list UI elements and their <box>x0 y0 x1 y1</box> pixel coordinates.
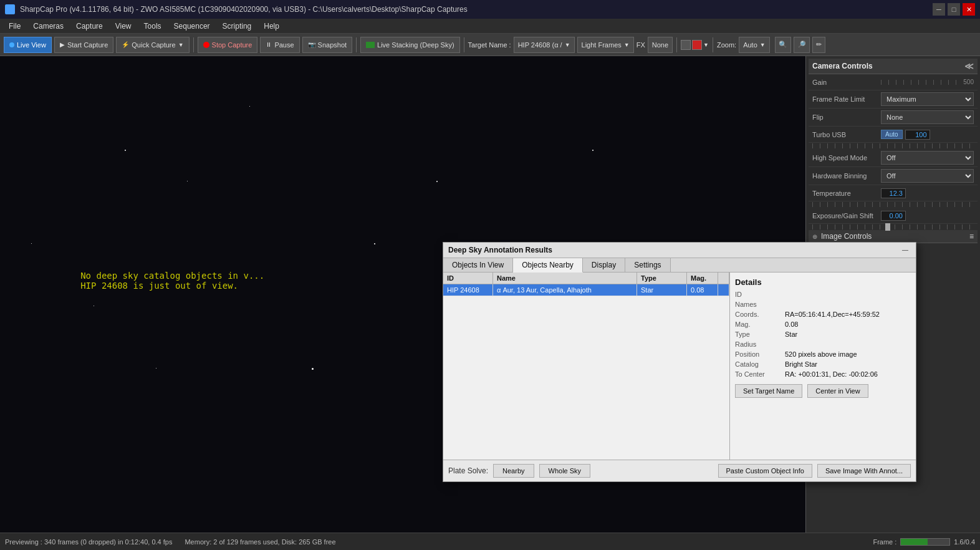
fx-dropdown[interactable]: None <box>648 37 673 53</box>
light-frames-dropdown[interactable]: Light Frames ▼ <box>577 37 634 53</box>
turbo-usb-auto-button[interactable]: Auto <box>881 130 903 139</box>
live-stacking-icon <box>366 42 375 48</box>
title-bar: SharpCap Pro (v4.1.11786, 64 bit) - ZWO … <box>0 0 980 19</box>
menu-bar: File Cameras Capture View Tools Sequence… <box>0 19 980 34</box>
tab-settings[interactable]: Settings <box>625 258 670 272</box>
exp-gain-control: 0.00 <box>881 211 974 221</box>
snapshot-button[interactable]: 📷 Snapshot <box>302 37 352 53</box>
detail-coords-row: Coords. RA=05:16:41.4,Dec=+45:59:52 <box>735 311 911 318</box>
hw-binning-label: Hardware Binning <box>812 172 881 180</box>
image-controls-header[interactable]: ⊕ Image Controls ≡ <box>809 230 978 243</box>
menu-help[interactable]: Help <box>257 21 286 32</box>
zoom-out-button[interactable]: 🔎 <box>794 37 810 53</box>
frame-progress-bar-outer <box>900 538 950 546</box>
app-icon <box>5 4 15 14</box>
toolbar: Live View ▶ Start Capture ⚡ Quick Captur… <box>0 34 980 56</box>
menu-scripting[interactable]: Scripting <box>216 21 258 32</box>
zoom-dropdown[interactable]: Auto ▼ <box>739 37 770 53</box>
flip-row: Flip None <box>809 109 978 127</box>
window-controls: ─ □ ✕ <box>933 3 975 16</box>
menu-capture[interactable]: Capture <box>70 21 109 32</box>
image-controls-menu-icon[interactable]: ≡ <box>969 232 974 241</box>
detail-tocenter-row: To Center RA: +00:01:31, Dec: -00:02:06 <box>735 370 911 378</box>
save-image-button[interactable]: Save Image With Annot... <box>817 464 911 478</box>
zoom-in-button[interactable]: 🔍 <box>775 37 791 53</box>
start-capture-button[interactable]: ▶ Start Capture <box>54 37 113 53</box>
temperature-slider[interactable] <box>812 202 974 207</box>
flip-control[interactable]: None <box>881 110 974 124</box>
detail-mag-val: 0.08 <box>785 321 911 328</box>
gain-slider[interactable] <box>881 80 961 85</box>
frame-rate-control[interactable]: Maximum <box>881 92 974 106</box>
color-box-1[interactable] <box>681 40 691 50</box>
detail-position-row: Position 520 pixels above image <box>735 350 911 358</box>
turbo-usb-row: Turbo USB Auto 100 <box>809 127 978 143</box>
exp-gain-slider[interactable] <box>812 224 974 229</box>
high-speed-dropdown[interactable]: Off <box>881 151 974 165</box>
detail-mag-row: Mag. 0.08 <box>735 321 911 328</box>
star-dot <box>249 106 250 107</box>
nearby-button[interactable]: Nearby <box>493 464 534 478</box>
separator-2 <box>356 37 357 52</box>
hw-binning-control[interactable]: Off <box>881 169 974 183</box>
close-button[interactable]: ✕ <box>963 3 975 16</box>
frame-label: Frame : <box>873 538 896 546</box>
whole-sky-button[interactable]: Whole Sky <box>539 464 591 478</box>
tab-objects-nearby[interactable]: Objects Nearby <box>513 258 583 273</box>
frame-rate-dropdown[interactable]: Maximum <box>881 92 974 106</box>
temperature-slider-row <box>809 201 978 208</box>
exp-gain-slider-row <box>809 224 978 230</box>
separator-4 <box>676 37 677 52</box>
detail-coords-key: Coords. <box>735 311 785 318</box>
menu-sequencer[interactable]: Sequencer <box>168 21 216 32</box>
hw-binning-dropdown[interactable]: Off <box>881 169 974 183</box>
quick-capture-button[interactable]: ⚡ Quick Capture ▼ <box>116 37 189 53</box>
menu-cameras[interactable]: Cameras <box>27 21 70 32</box>
live-view-button[interactable]: Live View <box>4 37 52 53</box>
maximize-button[interactable]: □ <box>948 3 960 16</box>
detail-catalog-key: Catalog <box>735 360 785 368</box>
tab-objects-in-view[interactable]: Objects In View <box>443 258 513 272</box>
gain-row: Gain 500 <box>809 74 978 90</box>
star-dot <box>31 243 32 244</box>
menu-file[interactable]: File <box>2 21 27 32</box>
target-name-label: Target Name : <box>468 41 511 49</box>
detail-radius-val <box>785 340 911 348</box>
set-target-name-button[interactable]: Set Target Name <box>735 384 802 398</box>
detail-names-row: Names <box>735 301 911 308</box>
high-speed-row: High Speed Mode Off <box>809 149 978 167</box>
tab-display[interactable]: Display <box>583 258 625 272</box>
col-header-name: Name <box>493 273 637 284</box>
stop-capture-button[interactable]: Stop Capture <box>198 37 258 53</box>
detail-mag-key: Mag. <box>735 321 785 328</box>
color-box-2[interactable] <box>692 40 702 50</box>
flip-label: Flip <box>812 113 881 121</box>
pause-button[interactable]: ⏸ Pause <box>260 37 299 53</box>
frame-rate-label: Frame Rate Limit <box>812 95 881 103</box>
row-name: α Aur, 13 Aur, Capella, Alhajoth <box>493 284 637 296</box>
target-name-dropdown[interactable]: HIP 24608 (α / ▼ <box>514 37 575 53</box>
camera-controls-header: Camera Controls ≪ <box>809 59 978 74</box>
menu-view[interactable]: View <box>109 21 138 32</box>
high-speed-control[interactable]: Off <box>881 151 974 165</box>
minimize-button[interactable]: ─ <box>933 3 945 16</box>
detail-position-key: Position <box>735 350 785 358</box>
detail-tocenter-key: To Center <box>735 370 785 378</box>
panel-collapse-button[interactable]: ≪ <box>964 61 974 71</box>
separator-3 <box>464 37 464 52</box>
turbo-usb-slider[interactable] <box>812 143 974 148</box>
paste-custom-button[interactable]: Paste Custom Object Info <box>718 464 812 478</box>
target-dropdown-icon: ▼ <box>565 42 570 48</box>
row-id: HIP 24608 <box>443 284 493 296</box>
list-row-hip24608[interactable]: HIP 24608 α Aur, 13 Aur, Capella, Alhajo… <box>443 284 729 296</box>
pan-button[interactable]: ✏ <box>812 37 825 53</box>
turbo-usb-value: 100 <box>905 130 930 140</box>
live-stacking-button[interactable]: Live Stacking (Deep Sky) <box>360 37 460 53</box>
col-header-id: ID <box>443 273 493 284</box>
center-in-view-button[interactable]: Center in View <box>807 384 868 398</box>
quick-capture-dropdown-icon: ▼ <box>178 42 184 48</box>
menu-tools[interactable]: Tools <box>138 21 168 32</box>
exp-gain-row: Exposure/Gain Shift 0.00 <box>809 208 978 224</box>
flip-dropdown[interactable]: None <box>881 110 974 124</box>
dialog-close-button[interactable]: ─ <box>900 245 911 255</box>
